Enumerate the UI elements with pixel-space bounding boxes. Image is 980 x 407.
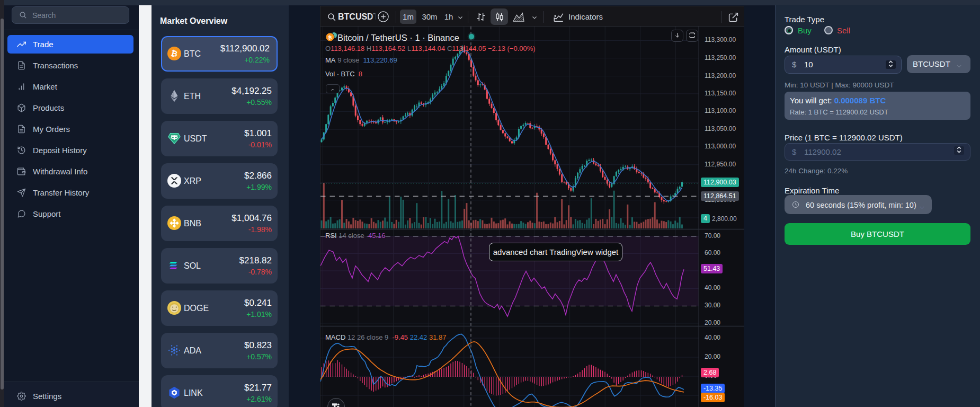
svg-text:₿: ₿: [328, 35, 332, 40]
